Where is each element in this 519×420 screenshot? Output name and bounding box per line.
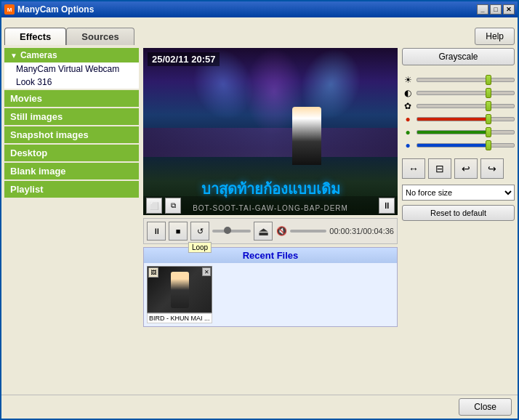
file-remove-btn[interactable]: ✕ (202, 267, 211, 276)
tabs-row: Effects Sources Help (4, 20, 515, 45)
video-timestamp: 25/02/11 20:57 (148, 52, 220, 66)
recent-files-section: Recent Files 🖼 ✕ BIRD - KHUN MAI ... (143, 247, 398, 327)
file-corner-icon: 🖼 (148, 267, 158, 278)
help-button[interactable]: Help (475, 28, 515, 45)
content-area: Effects Sources Help ▼ Cameras ManyCam V… (1, 17, 518, 395)
blue-icon: ● (402, 140, 414, 151)
sidebar-item-manycam[interactable]: ManyCam Virtual Webcam (4, 62, 139, 76)
contrast-slider[interactable] (417, 91, 515, 95)
transport-pause-btn[interactable]: ⏸ (147, 222, 166, 241)
sidebar-item-snapshot-images[interactable]: Snapshot images (4, 126, 139, 143)
undo-button[interactable]: ↩ (454, 158, 478, 179)
progress-thumb (224, 227, 231, 234)
sliders-container: ☀ ◐ ✿ ● ● (402, 73, 515, 153)
tab-effects[interactable]: Effects (4, 28, 66, 45)
sidebar-item-desktop[interactable]: Desktop (4, 145, 139, 161)
video-pause-btn[interactable]: ⏸ (379, 198, 395, 214)
green-slider[interactable] (417, 130, 515, 134)
center-area: บาสุดท้ายก้องแบบเดิม BOT-SOOT-TAI-GAW-LO… (143, 48, 398, 392)
brightness-icon: ☀ (402, 74, 414, 86)
sidebar-item-look316[interactable]: Look 316 (4, 76, 139, 89)
close-button[interactable]: Close (459, 398, 512, 416)
flip-h-button[interactable]: ↔ (402, 158, 425, 179)
video-display: บาสุดท้ายก้องแบบเดิม BOT-SOOT-TAI-GAW-LO… (143, 48, 398, 215)
cameras-label: Cameras (20, 50, 57, 60)
sidebar: ▼ Cameras ManyCam Virtual Webcam Look 31… (4, 48, 139, 392)
main-window: M ManyCam Options _ □ ✕ Effects Sources … (0, 0, 519, 420)
grayscale-button[interactable]: Grayscale (402, 48, 515, 65)
force-size-row: No force size 320x240 640x480 1280x720 (402, 185, 515, 201)
color-slider[interactable] (417, 104, 515, 108)
transport-mute-btn[interactable]: 🔇 (275, 225, 287, 237)
sidebar-item-still-images[interactable]: Still images (4, 108, 139, 125)
blue-slider[interactable] (417, 143, 515, 148)
transport-stop-btn[interactable]: ■ (169, 222, 188, 241)
force-size-select[interactable]: No force size 320x240 640x480 1280x720 (402, 185, 515, 201)
maximize-button[interactable]: □ (490, 4, 502, 15)
tab-sources[interactable]: Sources (66, 28, 134, 45)
minimize-button[interactable]: _ (477, 4, 488, 15)
contrast-slider-row: ◐ (402, 87, 515, 99)
brightness-slider[interactable] (417, 78, 515, 82)
window-controls: _ □ ✕ (477, 4, 515, 15)
blue-slider-row: ● (402, 140, 515, 151)
cameras-group[interactable]: ▼ Cameras (4, 48, 139, 62)
performer (292, 107, 321, 165)
title-bar: M ManyCam Options _ □ ✕ (1, 1, 518, 17)
volume-slider[interactable] (290, 230, 326, 233)
effects-right-panel: Grayscale ☀ ◐ ✿ ● (402, 48, 515, 392)
window-title: ManyCam Options (17, 4, 477, 15)
video-control-left: ⬜ ⧉ (146, 198, 181, 214)
redo-button[interactable]: ↪ (480, 158, 504, 179)
loop-icon: ↺ (197, 227, 204, 236)
red-slider[interactable] (417, 117, 515, 121)
transport-loop-btn[interactable]: ↺ Loop (190, 222, 209, 241)
brightness-slider-row: ☀ (402, 74, 515, 86)
cameras-arrow-icon: ▼ (10, 52, 17, 60)
file-label: BIRD - KHUN MAI ... (147, 313, 212, 323)
recent-files-header: Recent Files (144, 248, 397, 263)
green-icon: ● (402, 126, 414, 138)
list-item[interactable]: 🖼 ✕ BIRD - KHUN MAI ... (147, 266, 212, 323)
contrast-icon: ◐ (402, 87, 414, 99)
close-window-button[interactable]: ✕ (503, 4, 515, 15)
transport-eject-btn[interactable]: ⏏ (254, 222, 273, 241)
video-bottom-bar: ⬜ ⧉ ⏸ (143, 196, 398, 215)
color-slider-row: ✿ (402, 100, 515, 112)
video-background: บาสุดท้ายก้องแบบเดิม BOT-SOOT-TAI-GAW-LO… (143, 48, 398, 215)
effect-buttons-row: ↔ ⊟ ↩ ↪ (402, 158, 515, 179)
sidebar-item-blank-image[interactable]: Blank image (4, 163, 139, 179)
video-aspect-btn[interactable]: ⬜ (146, 198, 162, 214)
time-display: 00:00:31/00:04:36 (329, 227, 394, 235)
reset-button[interactable]: Reset to default (402, 205, 515, 221)
transport-bar: ⏸ ■ ↺ Loop ⏏ 🔇 00:00:31/00:04:36 (143, 218, 398, 244)
red-icon: ● (402, 113, 414, 125)
crowd (143, 128, 398, 157)
app-icon: M (4, 4, 15, 15)
recent-files-list: 🖼 ✕ BIRD - KHUN MAI ... (144, 263, 397, 326)
video-pip-btn[interactable]: ⧉ (165, 198, 181, 214)
sidebar-item-movies[interactable]: Movies (4, 90, 139, 107)
color-icon: ✿ (402, 100, 414, 112)
transport-progress-slider[interactable] (212, 230, 251, 233)
red-slider-row: ● (402, 113, 515, 125)
sidebar-item-playlist[interactable]: Playlist (4, 181, 139, 198)
green-slider-row: ● (402, 126, 515, 138)
main-area: ▼ Cameras ManyCam Virtual Webcam Look 31… (4, 48, 515, 392)
file-preview-figure (171, 272, 189, 308)
bottom-bar: Close (1, 395, 518, 419)
video-scene: บาสุดท้ายก้องแบบเดิม BOT-SOOT-TAI-GAW-LO… (143, 48, 398, 215)
file-thumbnail: 🖼 ✕ (147, 266, 212, 313)
effect2-button[interactable]: ⊟ (428, 158, 451, 179)
